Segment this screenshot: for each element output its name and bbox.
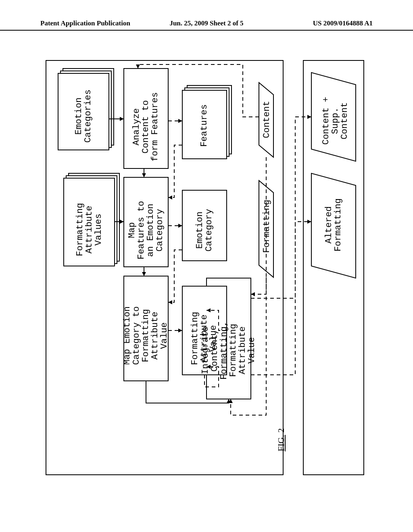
para-altered-formatting: Altered Formatting — [324, 175, 343, 275]
box-emotion-category: Emotion Category — [195, 192, 214, 268]
figure-prefix: FIG. — [276, 435, 286, 451]
box-formatting-attr-values: Formatting Attribute Values — [75, 179, 103, 280]
header-right: US 2009/0164888 A1 — [313, 19, 373, 27]
diagram-canvas: .solid { stroke:#000; stroke-width:2; fi… — [45, 52, 368, 480]
figure-number: 2 — [276, 428, 286, 433]
box-integrate: Integrate Content, Formatting, Formattin… — [201, 292, 257, 409]
para-content-supp: Content + Supp. Content — [321, 77, 349, 165]
box-features: Features — [200, 87, 209, 164]
page-header: Patent Application Publication Jun. 25, … — [0, 19, 413, 31]
box-analyze: Analyze Content to form Features — [132, 75, 160, 179]
para-content: Content — [262, 83, 271, 156]
figure-label: FIG. 2 — [276, 428, 286, 451]
box-map-emotion: Map Emotion Category to Formatting Attri… — [123, 281, 169, 390]
para-formatting: Formatting — [262, 182, 271, 271]
box-map-features: Map Features to an Emotion Category — [127, 184, 165, 276]
box-emotion-categories: Emotion Categories — [74, 72, 93, 160]
